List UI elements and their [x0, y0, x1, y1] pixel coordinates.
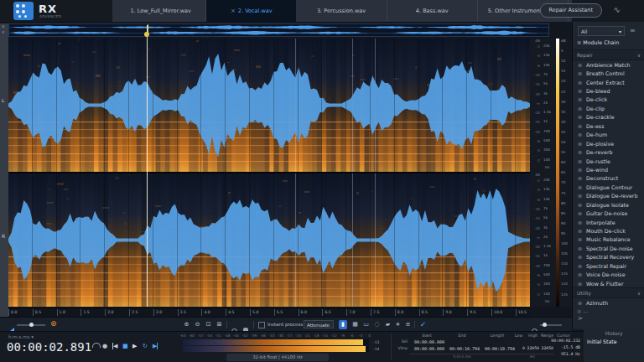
- cursor-value: 00:00:02.332: [535, 339, 580, 343]
- module-item-mouth-de-click[interactable]: ⊚Mouth De-click: [573, 226, 644, 235]
- repair-assistant-button[interactable]: Repair Assistant: [540, 3, 603, 18]
- magic-wand-tool[interactable]: ∗: [393, 320, 402, 329]
- ruler-label-9.0: 9.0: [443, 309, 451, 316]
- ruler-label-0.5: 0.5: [33, 309, 41, 316]
- time-format-dropdown[interactable]: h:m:s.ms ▾: [8, 334, 34, 339]
- spectrogram-channel-right[interactable]: [8, 173, 530, 307]
- preset-filter-dropdown[interactable]: All▾: [578, 26, 625, 36]
- tab-close-icon[interactable]: ×: [231, 8, 236, 14]
- zoom-all-icon[interactable]: ⊠: [215, 320, 224, 329]
- instant-process-checkbox[interactable]: [258, 322, 265, 328]
- brush-selection-tool[interactable]: ▰: [383, 320, 392, 329]
- module-item-breath-control[interactable]: ⊚Breath Control: [573, 69, 644, 77]
- module-item-guitar-de-noise[interactable]: ⊚Guitar De-noise: [573, 209, 644, 217]
- module-item-center-extract[interactable]: ⊚Center Extract: [573, 78, 644, 86]
- playhead-line[interactable]: [147, 25, 148, 307]
- waveform-overview[interactable]: [8, 23, 549, 37]
- module-label: Spectral Repair: [586, 263, 626, 269]
- loop-button[interactable]: ↻: [143, 343, 148, 349]
- tab-3-percussion-wav[interactable]: 3. Percussion.wav: [296, 0, 387, 22]
- play-selection-button[interactable]: ▶: [153, 343, 158, 349]
- playhead-time-display[interactable]: 00:00:02.891: [7, 340, 91, 354]
- module-icon: ⊚: [577, 114, 583, 120]
- process-mode-dropdown[interactable]: Attenuate ▾: [304, 320, 334, 328]
- title-bar: RX ADVANCED 1. Low_Full_Mirror.wav×2. Vo…: [0, 0, 644, 22]
- spectrogram-settings-icon[interactable]: ⊛: [50, 319, 57, 328]
- cursor-value: -15.5 dB: [535, 345, 580, 349]
- module-item-ambience-match[interactable]: ⊚Ambience Match: [573, 60, 644, 69]
- module-item-azimuth[interactable]: ⊚Azimuth: [573, 298, 644, 307]
- meter-tick--51: -51: [216, 334, 221, 338]
- instant-process-label: Instant process: [267, 322, 303, 327]
- module-item-de-click[interactable]: ⊚De-click: [573, 96, 644, 104]
- module-item-spectral-repair[interactable]: ⊚Spectral Repair: [573, 261, 644, 270]
- spectrogram-db-legend[interactable]: [556, 39, 559, 307]
- module-icon: ⊚: [577, 158, 583, 164]
- apply-check-icon[interactable]: ✓: [418, 320, 428, 329]
- playhead-handle[interactable]: [144, 32, 149, 37]
- section-header-utility[interactable]: Utility∨: [573, 287, 644, 298]
- threshold-tool[interactable]: ≡: [403, 320, 413, 329]
- module-item-de-hum[interactable]: ⊚De-hum: [573, 131, 644, 139]
- module-item-deconstruct[interactable]: ⊚Deconstruct: [573, 174, 644, 183]
- horizontal-zoom-handle[interactable]: [543, 323, 547, 327]
- meter-tick--30: -30: [278, 334, 283, 338]
- module-item-de-reverb[interactable]: ⊚De-reverb: [573, 147, 644, 156]
- previous-button[interactable]: ◀: [112, 343, 117, 349]
- module-item-dialogue-contour[interactable]: ⊚Dialogue Contour: [573, 183, 644, 191]
- frequency-selection-tool[interactable]: ▭: [361, 320, 371, 329]
- legend-label-30: 30: [561, 100, 565, 104]
- module-list-more-indicator[interactable]: >: [578, 315, 583, 322]
- cursor-label: Cursor: [557, 334, 570, 338]
- module-item-de-crackle[interactable]: ⊚De-crackle: [573, 113, 644, 122]
- module-item-dialogue-isolate[interactable]: ⊚Dialogue Isolate: [573, 200, 644, 209]
- time-selection-tool[interactable]: ▮: [339, 320, 347, 329]
- module-item-wow-flutter[interactable]: ⊚Wow & Flutter: [573, 279, 644, 287]
- zoom-out-icon[interactable]: ⊖: [193, 320, 202, 329]
- tab-2-vocal-wav[interactable]: ×2. Vocal.wav: [206, 0, 296, 22]
- zoom-in-icon[interactable]: ⊕: [182, 320, 191, 329]
- tab-1-low-full-mirror-wav[interactable]: 1. Low_Full_Mirror.wav: [116, 0, 206, 22]
- module-item-spectral-de-noise[interactable]: ⊚Spectral De-noise: [573, 244, 644, 252]
- module-item-de-plosive[interactable]: ⊚De-plosive: [573, 139, 644, 147]
- section-header-repair[interactable]: Repair∨: [573, 49, 644, 60]
- zoom-selection-icon[interactable]: ⊡: [204, 320, 213, 329]
- freq-label: 2k: [543, 101, 548, 105]
- meter-tick--6: -6: [350, 334, 353, 338]
- spectrogram-channel-left[interactable]: [8, 39, 530, 172]
- tab-4-bass-wav[interactable]: 4. Bass.wav: [387, 0, 478, 22]
- ruler-label-7.0: 7.0: [346, 309, 355, 316]
- stop-button[interactable]: ■: [122, 343, 128, 349]
- module-item-spectral-recovery[interactable]: ⊚Spectral Recovery: [573, 253, 644, 261]
- module-item-interpolate[interactable]: ⊚Interpolate: [573, 218, 644, 226]
- record-button[interactable]: ●: [102, 343, 107, 349]
- history-item-initial-state[interactable]: Initial State: [584, 336, 644, 344]
- module-item-de-ess[interactable]: ⊚De-ess: [573, 122, 644, 130]
- module-item-de-clip[interactable]: ⊚De-clip: [573, 104, 644, 112]
- amp-label: -4: [530, 148, 540, 153]
- time-frequency-selection-tool[interactable]: ▦: [351, 320, 360, 329]
- collapse-overview-icon[interactable]: ∧: [2, 23, 5, 28]
- legend-label-105: 105: [561, 251, 568, 256]
- meter-tick--3: -3: [359, 334, 362, 338]
- panel-menu-icon[interactable]: ≡: [630, 27, 636, 34]
- lasso-selection-tool[interactable]: ◌: [372, 320, 382, 329]
- module-item-dialogue-de-reverb[interactable]: ⊚Dialogue De-reverb: [573, 192, 644, 200]
- module-item-de-wind[interactable]: ⊚De-wind: [573, 165, 644, 173]
- signal-chain-icon[interactable]: ∿: [614, 5, 621, 14]
- module-chain-item[interactable]: ≣ Module Chain: [577, 39, 619, 45]
- ruler-label-3.5: 3.5: [178, 309, 186, 316]
- transport-bar: h:m:s.ms ▾ 00:00:02.891 ●◀■▶↻▶ -63-60-57…: [0, 331, 584, 362]
- play-button[interactable]: ▶: [132, 343, 137, 349]
- module-label: Azimuth: [586, 300, 608, 306]
- spectrogram-view[interactable]: [8, 39, 530, 307]
- module-item-de-rustle[interactable]: ⊚De-rustle: [573, 157, 644, 165]
- monitor-button[interactable]: [92, 343, 101, 349]
- module-item-de-bleed[interactable]: ⊚De-bleed: [573, 86, 644, 95]
- scale-rulers: dB-2-4-6-10-15-20-∞-20-15-10-6-4-220k15k…: [530, 39, 572, 307]
- volume-slider-handle[interactable]: [29, 323, 34, 327]
- expand-overview-icon[interactable]: ∨: [2, 29, 5, 34]
- module-item-music-rebalance[interactable]: ⊚Music Rebalance: [573, 235, 644, 244]
- module-item-voice-de-noise[interactable]: ⊚Voice De-noise: [573, 271, 644, 279]
- legend-label-35: 35: [561, 110, 565, 114]
